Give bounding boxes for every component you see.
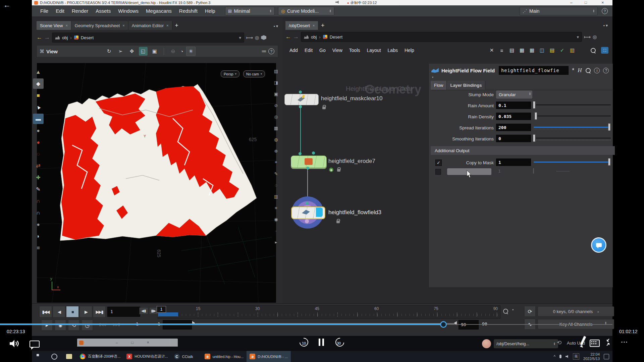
jump-to-start-button[interactable]: ▮◀◀ <box>39 306 52 317</box>
playbar-dropdown-icon[interactable]: ▾ <box>512 308 514 311</box>
menu-item[interactable]: Assets <box>92 8 114 14</box>
rain-amount-handle[interactable] <box>533 101 535 109</box>
network-search-icon[interactable] <box>591 48 596 53</box>
network-toolbar-icon[interactable]: ≡ <box>497 46 507 55</box>
viewport-tool-icon[interactable]: ▲ <box>31 100 46 115</box>
ime-tool-icon[interactable] <box>66 354 72 359</box>
tab-close-icon[interactable]: × <box>65 23 67 27</box>
stop-button[interactable]: ■ <box>66 306 79 317</box>
undo-icon[interactable]: ⟲ <box>68 320 79 330</box>
path-node[interactable]: Desert <box>81 35 94 40</box>
display-option-icon[interactable]: ✎ <box>272 169 280 178</box>
menu-item[interactable]: Megascans <box>142 8 175 14</box>
mini-window-titlebar[interactable]: – □ × <box>77 339 178 347</box>
forward-30-button[interactable]: 30 <box>335 338 344 347</box>
tab-close-icon[interactable]: × <box>122 23 124 27</box>
tab-close-icon[interactable]: × <box>313 23 315 27</box>
path-node[interactable]: Desert <box>330 35 342 40</box>
seekbar-remaining[interactable] <box>447 324 612 325</box>
chip-spinner[interactable]: ▲▼ <box>553 342 555 346</box>
new-tab-button[interactable]: + <box>172 21 181 30</box>
tab-geometry-spreadsheet[interactable]: Geometry Spreadsheet × <box>71 21 128 30</box>
notification-center-icon[interactable] <box>604 354 609 359</box>
keys-summary-dropdown[interactable]: 0 keys, 0/0 channels ▴ <box>538 306 614 316</box>
copy-to-mask-field[interactable]: 1 <box>496 159 531 166</box>
network-overview-icon[interactable]: ⛶ <box>601 47 608 54</box>
viewport-tool-icon[interactable]: ● <box>33 137 44 147</box>
viewport-tool-icon[interactable]: ▬ <box>33 114 44 124</box>
path-dropdown-icon[interactable]: ▾ <box>577 35 579 40</box>
nav-forward-icon[interactable]: → <box>44 34 50 41</box>
nav-forward-icon[interactable]: → <box>293 34 299 40</box>
maximize-button[interactable]: □ <box>585 0 587 4</box>
display-option-icon[interactable]: ⌖ <box>272 158 280 167</box>
minimize-button[interactable]: – <box>570 0 573 5</box>
viewport-tool-icon[interactable]: ▲ <box>33 67 44 77</box>
volume-icon[interactable] <box>9 339 19 348</box>
display-option-icon[interactable]: · <box>272 226 280 235</box>
close-button[interactable]: × <box>601 0 604 5</box>
playhead-flag[interactable]: 1 <box>157 306 166 313</box>
network-toolbar-icon[interactable]: ▦ <box>517 46 527 55</box>
shelf-spinner[interactable]: ▲▼ <box>329 9 331 13</box>
mini-close-icon[interactable]: × <box>147 340 149 345</box>
viewport-tool-icon[interactable]: ■ <box>33 90 44 101</box>
node-maskclear10[interactable] <box>284 94 319 105</box>
seekbar-handle[interactable] <box>440 321 447 328</box>
mini-minimize-icon[interactable]: – <box>116 341 118 345</box>
pin-icon[interactable]: ⟼ <box>246 35 253 40</box>
param-tab-flow[interactable]: Flow <box>431 81 447 90</box>
seekbar-progress[interactable] <box>0 323 443 325</box>
param-collapse-icon[interactable]: ▾ <box>432 76 433 79</box>
node-input-dot[interactable] <box>299 90 302 94</box>
display-option-icon[interactable]: ⊕ <box>272 146 280 155</box>
shelf-selector[interactable]: ◎ Curve Modeli... ▲▼ <box>278 7 334 15</box>
network-new-tab-button[interactable]: + <box>318 21 327 30</box>
menu-item[interactable]: Windows <box>114 8 142 14</box>
cube-display-icon[interactable] <box>261 35 266 40</box>
node-output-dot[interactable] <box>299 105 302 108</box>
follow-target-icon[interactable]: ◎ <box>593 34 597 40</box>
network-toolbar-icon[interactable]: ✓ <box>557 46 567 55</box>
main-spinner[interactable]: ▲▼ <box>593 9 595 13</box>
hscript-icon[interactable]: H <box>578 67 582 74</box>
viewport-help-button[interactable]: ? <box>268 48 274 54</box>
view-mode-label[interactable]: View <box>46 49 58 54</box>
network-menu-item[interactable]: Labs <box>384 48 401 53</box>
network-path-chip[interactable]: obj › Desert ▾ <box>301 32 582 42</box>
chat-bubble-button[interactable] <box>591 237 606 253</box>
menu-item[interactable]: File <box>37 8 52 14</box>
node-output-dot[interactable] <box>306 167 309 170</box>
disabled-checkbox[interactable] <box>435 169 441 175</box>
viewport-tool-icon[interactable]: ✎ <box>33 184 44 194</box>
mini-maximize-icon[interactable]: □ <box>131 341 133 345</box>
display-option-icon[interactable]: ▤ <box>272 67 280 75</box>
copy-to-mask-track[interactable] <box>534 162 608 163</box>
smoothing-iterations-field[interactable]: 0 <box>496 135 531 142</box>
help-button[interactable]: ? <box>602 8 608 14</box>
tray-speaker-icon[interactable] <box>566 355 569 358</box>
nav-back-icon[interactable]: ← <box>285 34 291 40</box>
viewport-tool-icon[interactable]: ✚ <box>33 172 44 183</box>
spread-iterations-handle[interactable] <box>608 123 610 131</box>
viewport-tool-icon[interactable]: ◌ <box>33 149 44 159</box>
camera-selector[interactable]: No cam ▾ <box>243 70 265 77</box>
path-dropdown-icon[interactable]: ▾ <box>239 35 241 40</box>
more-options-button[interactable]: … <box>621 336 628 345</box>
select-tool-icon[interactable]: ➢ <box>116 47 125 56</box>
section-additional-output[interactable]: Additional Output <box>431 146 615 155</box>
display-option-icon[interactable]: ◌ <box>272 181 280 189</box>
network-menu-item[interactable]: Tools <box>346 48 364 53</box>
node-path-chip[interactable]: /obj/Desert/heig... ▲▼ <box>494 339 558 348</box>
tray-clock[interactable]: 22:04 2022/5/13 <box>583 352 600 361</box>
follow-target-icon[interactable]: ◎ <box>255 35 259 40</box>
viewport-tool-icon[interactable]: ⇄ <box>33 161 44 171</box>
network-toolbar-icon[interactable]: ▤ <box>547 46 557 55</box>
smoothing-iterations-track[interactable] <box>536 138 611 138</box>
current-frame-field[interactable]: 1 <box>107 307 140 317</box>
mirror-icon[interactable]: ⊖ <box>169 47 177 56</box>
taskbar-app-cctalk[interactable]: C CCtalk <box>171 351 196 362</box>
rain-density-field[interactable]: 0.035 <box>496 113 531 120</box>
display-option-icon[interactable]: ◉ <box>272 215 280 224</box>
tray-chevron-icon[interactable]: ^ <box>553 354 555 359</box>
